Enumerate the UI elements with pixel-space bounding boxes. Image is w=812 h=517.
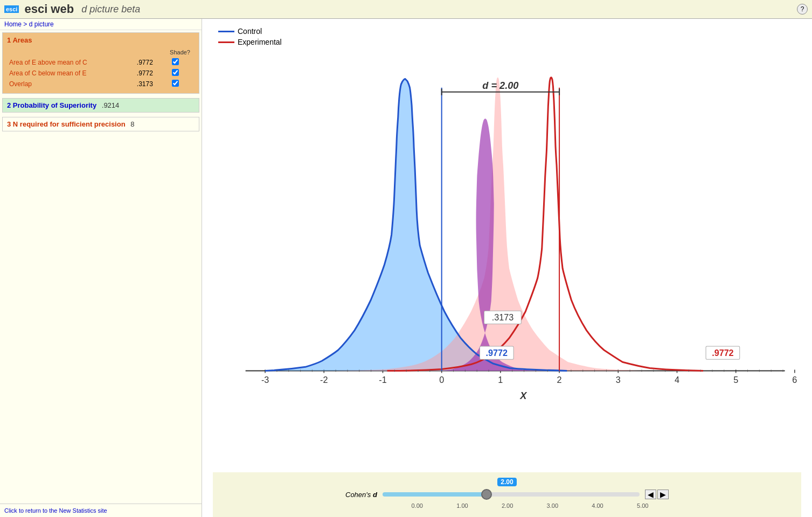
- svg-text:5: 5: [733, 375, 738, 385]
- chart-container: -3 -2 -1 0 1 2 3 4 5: [213, 30, 801, 472]
- areas-table: Shade? Area of E above mean of C .9772 A…: [7, 47, 195, 90]
- slider-label: Cohen's d: [345, 491, 377, 499]
- main-chart-svg: -3 -2 -1 0 1 2 3 4 5: [213, 30, 801, 472]
- main-layout: Home > d picture 1 Areas Shade? Area of …: [0, 19, 812, 517]
- footer-link[interactable]: Click to return to the New Statistics si…: [0, 504, 202, 517]
- blue-area-value: .9772: [486, 348, 508, 358]
- area-label-1: Area of E above mean of C: [8, 58, 125, 67]
- slider-next[interactable]: ▶: [657, 490, 669, 499]
- x-axis-label: X: [519, 390, 528, 401]
- prob-value: .9214: [102, 101, 120, 109]
- area-row-1: Area of E above mean of C .9772: [8, 58, 193, 67]
- svg-text:2: 2: [557, 375, 562, 385]
- svg-text:4: 4: [675, 375, 679, 385]
- svg-text:-1: -1: [379, 375, 386, 385]
- breadcrumb-current: d picture: [29, 20, 54, 28]
- svg-text:3: 3: [616, 375, 621, 385]
- esci-logo: esci: [4, 5, 19, 13]
- area-check-1[interactable]: [172, 58, 179, 65]
- tick-3: 3.00: [547, 502, 558, 509]
- breadcrumb-separator: >: [23, 20, 27, 28]
- tick-0: 0.00: [412, 502, 423, 509]
- n-section: 3 N required for sufficient precision 8: [2, 117, 199, 131]
- cohens-d-slider[interactable]: [383, 492, 640, 497]
- slider-prev[interactable]: ◀: [645, 490, 656, 499]
- svg-text:-3: -3: [261, 375, 269, 385]
- areas-section: 1 Areas Shade? Area of E above mean of C…: [2, 32, 199, 94]
- tick-4: 4.00: [592, 502, 603, 509]
- breadcrumb-home[interactable]: Home: [4, 20, 22, 28]
- slider-value-bubble: 2.00: [497, 478, 516, 486]
- area-row-3: Overlap .3173: [8, 79, 193, 89]
- n-value: 8: [130, 120, 134, 128]
- shade-header: Shade?: [157, 48, 193, 57]
- help-button[interactable]: ?: [797, 4, 808, 15]
- breadcrumb: Home > d picture: [0, 19, 202, 30]
- area-check-3[interactable]: [172, 80, 179, 87]
- svg-text:0: 0: [439, 375, 444, 385]
- chart-area: Control Experimental: [202, 19, 812, 517]
- tick-1: 1.00: [456, 502, 468, 509]
- area-row-2: Area of C below mean of E .9772: [8, 68, 193, 78]
- area-value-2: .9772: [126, 68, 156, 78]
- prob-section: 2 Probability of Superiority .9214: [2, 98, 199, 113]
- svg-text:6: 6: [792, 375, 797, 385]
- header: esci esci web d picture beta ?: [0, 0, 812, 19]
- d-label: d = 2.00: [482, 80, 518, 91]
- slider-nav: ◀ ▶: [645, 490, 669, 499]
- red-area-value: .9772: [712, 348, 733, 358]
- app-title: esci web: [24, 2, 74, 16]
- area-check-2[interactable]: [172, 69, 179, 76]
- tick-5: 5.00: [637, 502, 648, 509]
- slider-area: 2.00 Cohen's d ◀ ▶ 0.00 1.00 2.00 3.00 4…: [213, 472, 801, 517]
- svg-text:-2: -2: [320, 375, 328, 385]
- x-axis-ticks: -3 -2 -1 0 1 2 3 4 5: [261, 369, 797, 384]
- slider-row: Cohen's d ◀ ▶: [345, 490, 669, 499]
- area-label-3: Overlap: [8, 79, 125, 89]
- app-subtitle: d picture beta: [81, 4, 140, 15]
- area-label-2: Area of C below mean of E: [8, 68, 125, 78]
- n-title: 3 N required for sufficient precision: [7, 120, 127, 128]
- prob-title: 2 Probability of Superiority: [7, 101, 99, 109]
- area-value-1: .9772: [126, 58, 156, 67]
- svg-text:1: 1: [498, 375, 503, 385]
- overlap-value: .3173: [492, 312, 513, 322]
- sidebar: Home > d picture 1 Areas Shade? Area of …: [0, 19, 202, 517]
- areas-title: 1 Areas: [7, 36, 195, 44]
- tick-2: 2.00: [502, 502, 513, 509]
- area-value-3: .3173: [126, 79, 156, 89]
- slider-ticks: 0.00 1.00 2.00 3.00 4.00 5.00: [412, 502, 649, 509]
